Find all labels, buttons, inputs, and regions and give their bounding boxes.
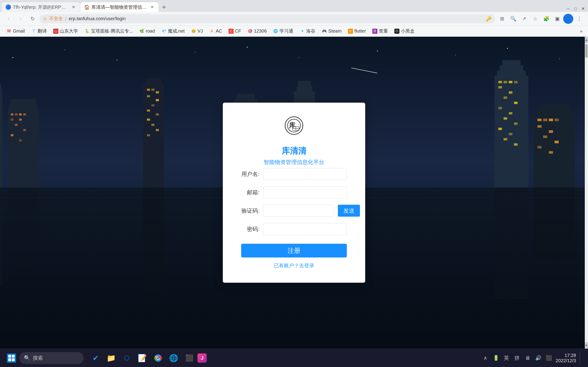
register-button[interactable]: 注册 xyxy=(241,244,347,258)
bookmark-xiaoheihe-icon: 小 xyxy=(394,29,399,34)
tray-battery-icon[interactable]: ⬛ xyxy=(545,354,553,362)
bookmark-translate[interactable]: T 翻译 xyxy=(28,27,50,35)
bookmark-xuexitong-icon: 🌐 xyxy=(273,29,278,34)
bookmark-steam-label: Steam xyxy=(328,28,342,34)
bookmark-steam[interactable]: 🎮 Steam xyxy=(319,27,344,35)
send-verify-button[interactable]: 发送 xyxy=(338,205,360,217)
translate-button[interactable]: ⊞ xyxy=(497,14,507,24)
tray-ime-en[interactable]: 英 xyxy=(502,354,510,362)
minimize-button[interactable]: ─ xyxy=(565,6,571,12)
password-label: 密码: xyxy=(241,225,259,233)
svg-rect-66 xyxy=(509,81,512,83)
show-desktop-button[interactable] xyxy=(580,351,583,365)
svg-rect-47 xyxy=(147,89,150,91)
svg-rect-27 xyxy=(0,187,2,286)
svg-rect-77 xyxy=(509,133,512,135)
new-tab-button[interactable]: + xyxy=(159,2,169,12)
bookmarks-more-button[interactable]: » xyxy=(578,27,584,35)
refresh-button[interactable]: ↻ xyxy=(27,14,38,24)
svg-rect-33 xyxy=(11,99,36,106)
bookmark-flutter[interactable]: F flutter xyxy=(345,27,369,35)
tray-network-icon[interactable]: 🔋 xyxy=(492,354,500,362)
tray-expand-icon[interactable]: ∧ xyxy=(481,354,489,362)
scrollbar-up-button[interactable]: ▲ xyxy=(585,37,588,43)
search-icon: 🔍 xyxy=(24,355,30,361)
bookmark-sdu[interactable]: 山 山东大学 xyxy=(51,27,81,35)
username-input[interactable] xyxy=(263,168,347,180)
svg-rect-73 xyxy=(509,112,512,115)
bookmark-baota-label: 宝塔面板·腾讯云专... xyxy=(91,28,133,34)
bookmark-12306[interactable]: 🎯 12306 xyxy=(245,27,270,35)
tab-erp-close[interactable]: ✕ xyxy=(71,4,76,10)
bookmark-mowang[interactable]: 💎 魔戒.net xyxy=(159,27,187,35)
bookmark-road-icon: 🌿 xyxy=(139,29,144,34)
svg-rect-45 xyxy=(143,83,164,187)
tray-display-icon[interactable]: 🖥 xyxy=(523,354,532,362)
bookmark-sdu-icon: 山 xyxy=(53,29,58,34)
taskbar-app-checkmark[interactable]: ✔ xyxy=(88,351,103,365)
svg-rect-63 xyxy=(502,60,520,67)
system-tray: ∧ 🔋 英 拼 🖥 🔊 ⬛ 17:28 2022/12/3 xyxy=(481,351,583,365)
svg-rect-72 xyxy=(498,107,502,109)
search-button[interactable]: 🔍 xyxy=(508,14,518,24)
tab-kuqingqing[interactable]: 🏠 库清清—智能物资管理信息化平台 ✕ xyxy=(80,2,158,12)
svg-rect-94 xyxy=(534,187,575,260)
svg-rect-53 xyxy=(147,109,150,111)
close-button[interactable]: ✕ xyxy=(580,6,586,12)
taskbar-app-chrome[interactable] xyxy=(151,351,165,365)
taskbar-clock[interactable]: 17:28 2022/12/3 xyxy=(556,353,576,363)
svg-rect-83 xyxy=(539,104,570,111)
split-button[interactable]: ▣ xyxy=(552,14,562,24)
svg-rect-85 xyxy=(543,119,547,121)
bookmark-gmail[interactable]: M Gmail xyxy=(4,27,27,35)
bookmark-chachong[interactable]: 查 查重 xyxy=(370,27,391,35)
scrollbar-down-button[interactable]: ▼ xyxy=(585,342,588,349)
taskbar-app-vscode[interactable]: ⬡ xyxy=(120,351,134,365)
bookmark-cf[interactable]: C CF xyxy=(226,27,244,35)
taskbar-app-notepad[interactable]: 📝 xyxy=(135,351,150,365)
bookmark-luogu[interactable]: ✦ 洛谷 xyxy=(297,27,318,35)
svg-rect-90 xyxy=(543,135,547,138)
bookmark-button[interactable]: ☆ xyxy=(530,14,540,24)
svg-rect-84 xyxy=(537,119,542,121)
tab-kuqingqing-favicon: 🏠 xyxy=(84,4,90,10)
taskbar-search[interactable]: 🔍 搜索 xyxy=(19,352,84,364)
menu-button[interactable]: ⋮ xyxy=(574,14,584,24)
svg-rect-43 xyxy=(19,140,22,142)
verify-input[interactable] xyxy=(263,205,334,217)
scrollbar-thumb[interactable] xyxy=(585,44,588,58)
logo-container: 库 xyxy=(285,117,303,139)
share-button[interactable]: ↗ xyxy=(519,14,529,24)
svg-rect-68 xyxy=(498,86,502,88)
scrollbar[interactable]: ▲ ▼ xyxy=(585,37,588,349)
tab-kuqingqing-close[interactable]: ✕ xyxy=(149,4,155,10)
bookmark-ac[interactable]: A AC xyxy=(207,27,225,35)
extensions-button[interactable]: 🧩 xyxy=(541,14,551,24)
svg-rect-93 xyxy=(549,151,553,154)
clock-time: 17:28 xyxy=(565,353,576,358)
tray-speaker-icon[interactable]: 🔊 xyxy=(534,354,542,362)
svg-point-10 xyxy=(559,58,560,59)
password-input[interactable] xyxy=(263,223,347,235)
forward-button[interactable]: › xyxy=(16,14,26,24)
profile-button[interactable]: 👤 xyxy=(563,14,573,24)
bookmark-xuexitong[interactable]: 🌐 学习通 xyxy=(270,27,296,35)
login-link[interactable]: 已有账户？去登录 xyxy=(274,262,314,269)
bookmark-road[interactable]: 🌿 road xyxy=(137,27,157,35)
email-input[interactable] xyxy=(263,186,347,198)
bookmark-vj[interactable]: 😊 VJ xyxy=(188,27,206,35)
maximize-button[interactable]: □ xyxy=(572,6,579,12)
start-button[interactable] xyxy=(5,351,18,365)
bookmark-xiaoheihe[interactable]: 小 小黑盒 xyxy=(392,27,417,35)
navigation-bar: ‹ › ↻ ⚠ 不安全 | erp.tanfuhua.com/user/logi… xyxy=(0,12,588,26)
address-bar[interactable]: ⚠ 不安全 | erp.tanfuhua.com/user/login 🔑 xyxy=(40,14,495,23)
bookmark-baota[interactable]: 🐍 宝塔面板·腾讯云专... xyxy=(82,27,136,35)
bookmark-12306-label: 12306 xyxy=(254,28,267,34)
taskbar-app-jetbrains[interactable]: J xyxy=(198,353,207,363)
back-button[interactable]: ‹ xyxy=(4,14,14,24)
taskbar-app-terminal[interactable]: ⬛ xyxy=(182,351,197,365)
taskbar-app-explorer[interactable]: 📁 xyxy=(104,351,119,365)
tray-ime-pinyin[interactable]: 拼 xyxy=(513,354,521,362)
taskbar-app-globe[interactable]: 🌐 xyxy=(166,351,181,365)
tab-erp[interactable]: 🔵 Tfh-Yqf/erp: 开源的ERP系统， ✕ xyxy=(2,2,80,12)
